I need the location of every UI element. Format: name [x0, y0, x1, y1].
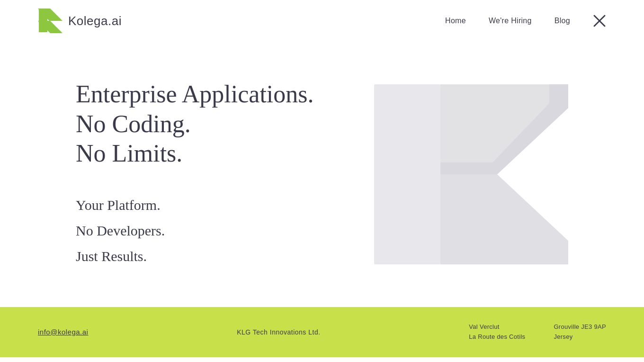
hero-subtext-block: Your Platform. No Developers. Just Resul… — [76, 192, 314, 269]
hero-text-block: Enterprise Applications. No Coding. No L… — [76, 80, 314, 269]
subtext-line1: Your Platform. — [76, 192, 314, 218]
address1-line1: Val Verclut — [469, 322, 525, 332]
footer-address-block: Val Verclut La Route des Cotils Grouvill… — [469, 322, 606, 342]
address1-line2: La Route des Cotils — [469, 332, 525, 342]
logo-text: Kolega.ai — [68, 14, 122, 28]
headline-line1: Enterprise Applications. — [76, 81, 314, 108]
svg-rect-6 — [374, 84, 440, 264]
footer-address2: Grouville JE3 9AP Jersey — [554, 322, 606, 342]
headline-line3: No Limits. — [76, 140, 182, 167]
twitter-x-logo — [593, 15, 606, 27]
twitter-icon[interactable] — [593, 14, 606, 27]
hero-graphic — [369, 80, 568, 269]
nav-blog[interactable]: Blog — [555, 17, 570, 25]
address2-line1: Grouville JE3 9AP — [554, 322, 606, 332]
footer-email[interactable]: info@kolega.ai — [38, 328, 88, 336]
subtext-line2: No Developers. — [76, 218, 314, 244]
hero-headline: Enterprise Applications. No Coding. No L… — [76, 80, 314, 168]
footer: info@kolega.ai KLG Tech Innovations Ltd.… — [0, 307, 644, 357]
svg-rect-5 — [39, 9, 47, 32]
k-logo-graphic — [369, 80, 568, 269]
main-nav: Home We're Hiring Blog — [445, 14, 606, 27]
logo[interactable]: Kolega.ai — [38, 9, 122, 33]
subtext-line3: Just Results. — [76, 244, 314, 269]
footer-address1: Val Verclut La Route des Cotils — [469, 322, 525, 342]
nav-hiring[interactable]: We're Hiring — [489, 17, 532, 25]
svg-marker-8 — [440, 174, 568, 264]
hero-section: Enterprise Applications. No Coding. No L… — [0, 42, 644, 307]
headline-line2: No Coding. — [76, 110, 191, 137]
footer-company: KLG Tech Innovations Ltd. — [237, 328, 320, 336]
nav-home[interactable]: Home — [445, 17, 466, 25]
address2-line2: Jersey — [554, 332, 606, 342]
logo-icon — [38, 9, 63, 33]
email-link[interactable]: info@kolega.ai — [38, 328, 88, 336]
